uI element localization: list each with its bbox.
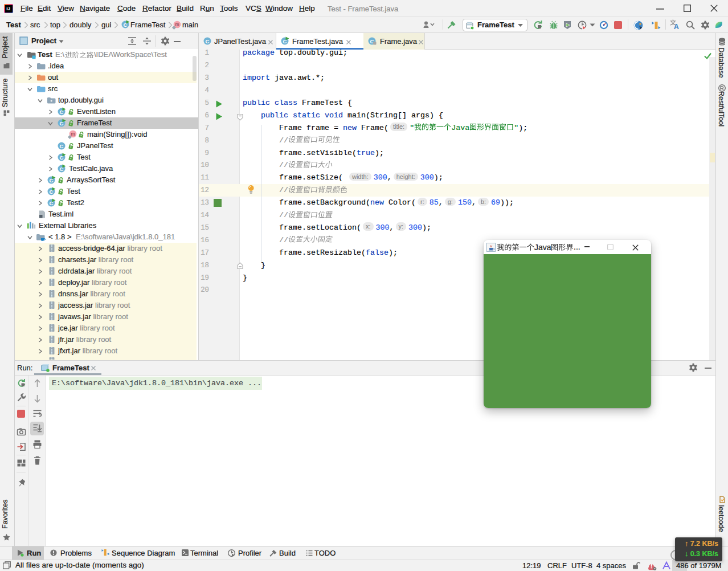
svg-text:C: C	[206, 38, 210, 44]
svg-text:C: C	[60, 143, 64, 149]
svg-text:m: m	[175, 22, 179, 27]
svg-text:m: m	[71, 131, 75, 137]
